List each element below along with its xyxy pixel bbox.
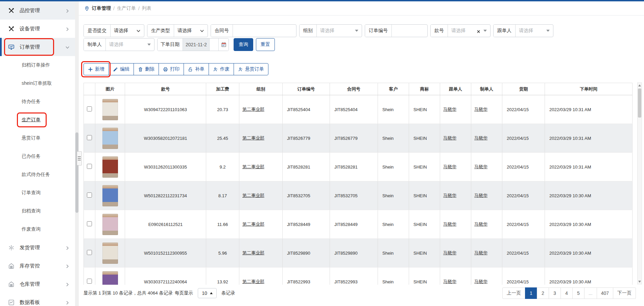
table-scrollbar[interactable] [637, 82, 642, 284]
sidebar-scrollbar-thumb[interactable] [75, 132, 78, 213]
panel-collapse-handle[interactable] [77, 151, 82, 165]
page-button-1[interactable]: 1 [525, 287, 537, 299]
group-cell[interactable]: 第二事业部 [239, 124, 283, 153]
next-page-button[interactable]: 下一页 [613, 287, 636, 299]
sidebar-item-quality-management[interactable]: 品控管理 [0, 1, 75, 20]
sidebar-subitem-bounty-orders[interactable]: 悬赏订单 [0, 129, 75, 147]
group-filter-select[interactable]: 请选择 [317, 25, 362, 37]
maker-cell[interactable]: 马晓华 [471, 181, 502, 210]
sidebar-item-data-dashboard[interactable]: 数据看板 [0, 293, 75, 306]
maker-cell[interactable]: 马晓华 [471, 267, 502, 285]
maker-cell[interactable]: 马晓华 [471, 239, 502, 267]
row-checkbox[interactable] [87, 193, 92, 198]
page-button-5[interactable]: 5 [572, 287, 585, 299]
order-date-input[interactable]: 2021-11-2 [183, 39, 209, 51]
group-cell[interactable]: 第二事业部 [239, 153, 283, 181]
customer-cell: Shein [378, 153, 409, 181]
merchandiser-cell[interactable]: 马晓华 [440, 95, 471, 124]
sidebar-item-warehouse-management[interactable]: 仓库管理 [0, 275, 75, 293]
add-button-wrap: 新增 [84, 63, 109, 75]
production-type-filter-select[interactable]: 请选择 [174, 25, 208, 37]
table-scrollbar-thumb[interactable] [638, 88, 641, 118]
sidebar-subitem-shein-order-fetch[interactable]: shein订单抓取 [0, 74, 75, 93]
maker-cell[interactable]: 马晓华 [471, 95, 502, 124]
product-image[interactable] [102, 99, 118, 120]
group-cell[interactable]: 第二事业部 [239, 210, 283, 239]
group-cell[interactable]: 第二事业部 [239, 267, 283, 285]
sidebar-item-order-management[interactable]: 订单管理 [0, 38, 75, 56]
row-checkbox[interactable] [87, 279, 92, 284]
row-checkbox[interactable] [87, 106, 92, 111]
sidebar-item-equipment-management[interactable]: 设备管理 [0, 20, 75, 38]
maker-filter-select[interactable]: 请选择 [106, 39, 154, 51]
page-button-3[interactable]: 3 [549, 287, 561, 299]
sidebar-subitem-archive-query[interactable]: 归档查询 [0, 202, 75, 220]
bounty-order-button[interactable]: 悬赏订单 [234, 63, 268, 75]
delete-button[interactable]: 删除 [134, 63, 159, 75]
submit-filter-select[interactable]: 请选择 [111, 25, 144, 37]
void-button[interactable]: 作废 [209, 63, 234, 75]
contract-no-cell: JIT8528281 [330, 153, 378, 181]
group-cell[interactable]: 第二事业部 [239, 239, 283, 267]
maker-cell[interactable]: 马晓华 [471, 210, 502, 239]
product-image[interactable] [102, 243, 118, 264]
sidebar-subitem-style-todo-tasks[interactable]: 款式待办任务 [0, 165, 75, 184]
sidebar-subitem-todo-tasks[interactable]: 待办任务 [0, 93, 75, 111]
supplement-button[interactable]: 补单 [184, 63, 209, 75]
merchandiser-cell[interactable]: 马晓华 [440, 210, 471, 239]
merchandiser-cell[interactable]: 马晓华 [440, 124, 471, 153]
breadcrumb-item-order-management[interactable]: 订单管理 [92, 5, 111, 11]
sidebar-subitem-done-tasks[interactable]: 已办任务 [0, 147, 75, 165]
scroll-up-button[interactable] [638, 83, 642, 88]
merchandiser-cell[interactable]: 马晓华 [440, 153, 471, 181]
product-image[interactable] [102, 271, 118, 285]
search-button[interactable]: 查询 [234, 38, 253, 51]
per-page-select[interactable]: 10 [198, 288, 217, 298]
fee-cell: 8.17 [206, 181, 239, 210]
merchandiser-cell[interactable]: 马晓华 [440, 239, 471, 267]
page-button-4[interactable]: 4 [560, 287, 573, 299]
row-checkbox[interactable] [87, 221, 92, 226]
product-image[interactable] [102, 128, 118, 149]
product-image[interactable] [102, 185, 118, 206]
add-button[interactable]: 新增 [84, 63, 109, 75]
x-icon[interactable] [477, 29, 480, 33]
maker-cell[interactable]: 马晓华 [471, 153, 502, 181]
product-image[interactable] [102, 214, 118, 235]
per-page-label: 每页显示 [175, 290, 193, 296]
merchandiser-cell[interactable]: 马晓华 [440, 267, 471, 285]
scroll-down-button[interactable] [638, 279, 642, 284]
table-row: W30312620113003359.2第二事业部JIT8528281JIT85… [84, 153, 633, 181]
style-no-filter-select[interactable]: 请选择 [448, 25, 490, 37]
order-no-input[interactable] [395, 28, 424, 33]
breadcrumb: 订单管理 / 生产订单 / 列表 [79, 1, 644, 16]
merchandiser-filter-select[interactable]: 请选择 [516, 25, 553, 37]
edit-button[interactable]: 编辑 [109, 63, 134, 75]
sidebar-item-shipping-management[interactable]: 发货管理 [0, 238, 75, 257]
date-picker-button[interactable] [218, 39, 229, 51]
product-image[interactable] [102, 156, 118, 178]
row-checkbox[interactable] [87, 135, 92, 140]
breadcrumb-item-production-orders[interactable]: 生产订单 [117, 5, 136, 11]
merchandiser-cell[interactable]: 马晓华 [440, 181, 471, 210]
print-button[interactable]: 打印 [159, 63, 184, 75]
pagination: 上一页12345...407下一页 [502, 287, 636, 299]
sidebar-item-inventory-control[interactable]: 库存管控 [0, 257, 75, 275]
prev-page-button[interactable]: 上一页 [502, 287, 525, 299]
date-clear-button[interactable] [209, 39, 218, 51]
sidebar-subitem-order-query[interactable]: 订单查询 [0, 184, 75, 202]
row-checkbox[interactable] [87, 164, 92, 169]
row-checkbox[interactable] [87, 250, 92, 255]
page-button-2[interactable]: 2 [537, 287, 549, 299]
sidebar-subitem-void-query[interactable]: 作废查询 [0, 220, 75, 238]
page-button-407[interactable]: 407 [597, 287, 613, 299]
sidebar-subitem-label: 归档订单操作 [22, 62, 50, 68]
group-cell[interactable]: 第二事业部 [239, 95, 283, 124]
contract-no-input[interactable] [236, 28, 293, 33]
reset-button[interactable]: 重置 [256, 38, 275, 51]
sidebar-subitem-production-orders[interactable]: 生产订单 [0, 111, 75, 129]
group-cell[interactable]: 第二事业部 [239, 181, 283, 210]
sidebar-subitem-archived-order-ops[interactable]: 归档订单操作 [0, 56, 75, 74]
customer-cell: Shein [378, 181, 409, 210]
maker-cell[interactable]: 马晓华 [471, 124, 502, 153]
